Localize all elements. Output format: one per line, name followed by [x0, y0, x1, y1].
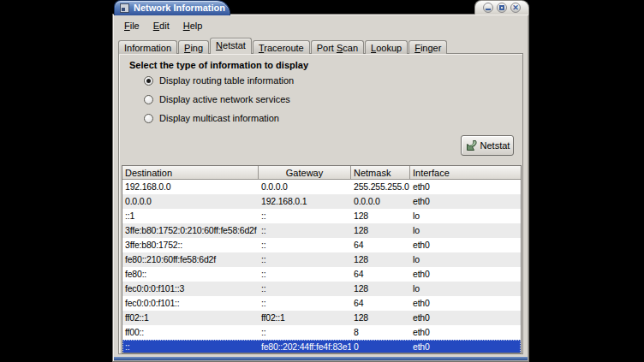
cell-interface: eth0 — [410, 340, 521, 353]
cell-netmask: 64 — [351, 267, 410, 282]
tab-finger[interactable]: Finger — [408, 40, 447, 54]
maximize-button[interactable] — [497, 3, 507, 13]
routing-table-row[interactable]: fe80::::64eth0 — [122, 267, 521, 282]
cell-netmask: 128 — [351, 209, 410, 223]
cell-destination: 3ffe:b80:1752:0:210:60ff:fe58:6d2f — [122, 223, 259, 238]
cell-netmask: 128 — [351, 223, 410, 238]
routing-table-header: DestinationGatewayNetmaskInterface — [122, 166, 521, 180]
cell-gateway: :: — [259, 223, 351, 238]
cell-netmask: 128 — [351, 252, 410, 267]
cell-destination: 0.0.0.0 — [122, 194, 259, 209]
minimize-button[interactable] — [483, 3, 493, 13]
cell-netmask: 64 — [351, 238, 410, 252]
tab-ping[interactable]: Ping — [178, 40, 209, 54]
tab-port-scan[interactable]: Port Scan — [311, 40, 364, 54]
cell-destination: ff02::1 — [122, 311, 259, 325]
maximize-icon — [499, 5, 504, 10]
window-controls: ✕ — [474, 0, 529, 15]
routing-table-row[interactable]: 3ffe:b80:1752::::64eth0 — [122, 238, 521, 252]
tab-traceroute[interactable]: Traceroute — [253, 40, 310, 54]
cell-interface: eth0 — [410, 325, 521, 340]
column-header-gateway[interactable]: Gateway — [259, 166, 351, 180]
cell-destination: fe80:: — [122, 267, 259, 282]
tab-netstat[interactable]: Netstat — [210, 38, 252, 54]
window-title: Network Information — [134, 3, 225, 13]
cell-gateway: :: — [259, 209, 351, 223]
routing-table-body: 192.168.0.00.0.0.0255.255.255.0eth00.0.0… — [122, 180, 521, 353]
cell-destination: ::1 — [122, 209, 259, 223]
cell-gateway: :: — [259, 267, 351, 282]
routing-table-row[interactable]: 0.0.0.0192.168.0.10.0.0.0eth0 — [122, 194, 521, 209]
routing-table-row[interactable]: 3ffe:b80:1752:0:210:60ff:fe58:6d2f::128l… — [122, 223, 521, 238]
option-label: Display active network services — [159, 94, 290, 105]
cell-destination: fec0:0:0:f101:: — [122, 296, 259, 311]
cell-destination: :: — [122, 340, 259, 353]
option-display-routing-table-information[interactable]: Display routing table information — [144, 74, 294, 86]
menu-item-help[interactable]: Help — [176, 19, 210, 33]
tab-information[interactable]: Information — [118, 40, 177, 54]
cell-netmask: 8 — [351, 325, 410, 340]
radio-button[interactable] — [144, 95, 153, 104]
network-information-app-icon — [120, 3, 129, 13]
menu-item-file[interactable]: File — [117, 19, 146, 33]
cell-netmask: 128 — [351, 282, 410, 296]
cell-netmask: 128 — [351, 311, 410, 325]
netstat-tab-page: Select the type of information to displa… — [118, 53, 523, 354]
cell-destination: ff00:: — [122, 325, 259, 340]
routing-table: DestinationGatewayNetmaskInterface 192.1… — [122, 165, 522, 353]
info-type-options: Display routing table informationDisplay… — [144, 74, 294, 131]
netstat-button[interactable]: Netstat — [461, 135, 514, 156]
cell-interface: eth0 — [410, 180, 521, 194]
cell-gateway: :: — [259, 325, 351, 340]
netstat-arrow-icon — [465, 139, 478, 151]
window-bottom-border — [114, 357, 528, 360]
column-header-netmask[interactable]: Netmask — [351, 166, 410, 180]
menu-bar: FileEditHelp — [117, 18, 209, 33]
routing-table-row[interactable]: ::1::128lo — [122, 209, 521, 223]
cell-interface: lo — [410, 252, 521, 267]
cell-interface: eth0 — [410, 311, 521, 325]
cell-destination: fec0:0:0:f101::3 — [122, 282, 259, 296]
cell-netmask: 0.0.0.0 — [351, 194, 410, 209]
routing-table-row[interactable]: ff00::::8eth0 — [122, 325, 521, 340]
routing-table-row[interactable]: fec0:0:0:f101::::64eth0 — [122, 296, 521, 311]
radio-button-selected[interactable] — [144, 76, 153, 86]
cell-gateway: fe80::202:44ff:fe4f:83e1 — [259, 340, 351, 353]
option-display-multicast-information[interactable]: Display multicast information — [144, 112, 294, 124]
cell-interface: lo — [410, 209, 521, 223]
cell-destination: 3ffe:b80:1752:: — [122, 238, 259, 252]
close-icon: ✕ — [511, 3, 520, 12]
cell-gateway: :: — [259, 296, 351, 311]
column-header-interface[interactable]: Interface — [410, 166, 521, 180]
cell-interface: eth0 — [410, 267, 521, 282]
routing-table-row-selected[interactable]: ::fe80::202:44ff:fe4f:83e10eth0 — [122, 340, 521, 353]
cell-gateway: ff02::1 — [259, 311, 351, 325]
cell-interface: lo — [410, 282, 521, 296]
cell-netmask: 0 — [351, 340, 410, 353]
cell-gateway: 192.168.0.1 — [259, 194, 351, 209]
option-label: Display routing table information — [159, 75, 294, 86]
cell-netmask: 255.255.255.0 — [351, 180, 410, 194]
network-information-window: Network Information ✕ FileEditHelp Infor… — [112, 0, 529, 362]
section-heading: Select the type of information to displa… — [129, 60, 308, 70]
minimize-icon — [486, 9, 491, 10]
title-bar[interactable]: Network Information — [114, 0, 230, 15]
routing-table-row[interactable]: fe80::210:60ff:fe58:6d2f::128lo — [122, 252, 521, 267]
routing-table-row[interactable]: ff02::1ff02::1128eth0 — [122, 311, 521, 325]
cell-gateway: :: — [259, 282, 351, 296]
window-body: FileEditHelp InformationPingNetstatTrace… — [112, 14, 529, 362]
close-button[interactable]: ✕ — [510, 3, 521, 13]
cell-interface: eth0 — [410, 194, 521, 209]
tab-lookup[interactable]: Lookup — [365, 40, 408, 54]
cell-gateway: :: — [259, 238, 351, 252]
option-display-active-network-services[interactable]: Display active network services — [144, 93, 294, 105]
tab-bar: InformationPingNetstatTraceroutePort Sca… — [118, 38, 448, 54]
routing-table-row[interactable]: fec0:0:0:f101::3::128lo — [122, 282, 521, 296]
menu-item-edit[interactable]: Edit — [146, 19, 176, 33]
cell-interface: lo — [410, 223, 521, 238]
column-header-destination[interactable]: Destination — [122, 166, 259, 180]
cell-interface: eth0 — [410, 296, 521, 311]
cell-gateway: :: — [259, 252, 351, 267]
routing-table-row[interactable]: 192.168.0.00.0.0.0255.255.255.0eth0 — [122, 180, 521, 194]
radio-button[interactable] — [144, 114, 153, 123]
